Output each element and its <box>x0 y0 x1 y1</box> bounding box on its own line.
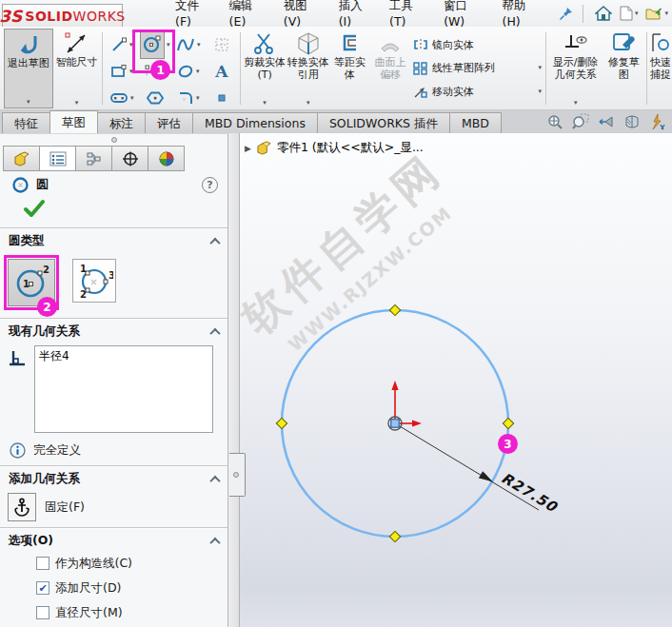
rectangle-tool[interactable]: ▾ <box>105 58 138 85</box>
circle-tool[interactable]: ▾ <box>138 31 171 58</box>
zoom-to-fit-icon[interactable] <box>546 113 563 130</box>
dropdown-icon[interactable]: ▾ <box>167 42 170 49</box>
ellipse-tool[interactable]: ▾ <box>171 58 205 85</box>
feature-tree-root[interactable]: ▶ 零件1 (默认<<默认>_显... <box>245 140 424 156</box>
display-delete-relations-button[interactable]: 显示/删除几何关系 ▾ <box>548 29 603 108</box>
quick-snaps-button[interactable]: 快速捕捉 <box>649 29 672 108</box>
relations-list[interactable]: 半径4 <box>34 345 213 433</box>
point-tool[interactable] <box>205 85 238 111</box>
previous-view-icon[interactable] <box>598 113 615 130</box>
ok-check-icon <box>23 199 46 218</box>
existing-relations-box: 半径4 <box>0 342 227 437</box>
section-circle-type[interactable]: 圆类型 <box>0 231 227 251</box>
dropdown-icon[interactable]: ▾ <box>196 69 200 75</box>
linear-pattern-button[interactable]: 线性草图阵列 ▾ <box>413 61 542 75</box>
sketch-ribbon: 退出草图 ▾ 智能尺寸 ▾ 1 ▾ ▾ ▾ <box>0 27 672 110</box>
sketch-point[interactable] <box>276 418 287 428</box>
trim-entities-button[interactable]: 剪裁实体(T) ▾ <box>243 29 287 108</box>
section-add-relations[interactable]: 添加几何关系 <box>0 469 227 489</box>
spline-tool[interactable]: ▾ <box>171 31 205 58</box>
new-document-button[interactable]: ▾ <box>616 3 642 24</box>
section-existing-relations[interactable]: 现有几何关系 <box>0 322 227 342</box>
open-folder-icon <box>645 7 662 21</box>
dropdown-icon[interactable]: ▾ <box>635 10 639 17</box>
move-entities-button[interactable]: 移动实体 ▾ <box>413 85 542 99</box>
tab-mbd[interactable]: MBD <box>449 112 502 133</box>
main-area: 圆 ? 圆类型 12 2 123 <box>0 133 672 627</box>
checkbox-add-dimension[interactable]: ✔ <box>36 581 49 595</box>
polygon-tool[interactable] <box>138 85 171 111</box>
slot-icon <box>109 91 128 105</box>
tab-property-manager[interactable] <box>39 146 76 171</box>
splitter-handle[interactable] <box>229 453 246 497</box>
tab-dimxpert-manager[interactable] <box>111 146 148 171</box>
dropdown-icon[interactable]: ▾ <box>197 42 201 49</box>
tab-configuration-manager[interactable] <box>75 146 112 171</box>
dimension-text[interactable]: R27.50 <box>499 469 561 516</box>
open-document-button[interactable]: ▾ <box>642 3 672 24</box>
tab-solidworks-addins[interactable]: SOLIDWORKS 插件 <box>317 112 450 133</box>
dropdown-icon[interactable]: ▾ <box>538 88 542 95</box>
panel-splitter-vertical[interactable] <box>228 133 240 627</box>
tab-features[interactable]: 特征 <box>2 112 50 133</box>
dropdown-icon[interactable]: ▾ <box>574 100 578 108</box>
chevron-up-icon[interactable] <box>209 475 220 485</box>
tab-display-manager[interactable] <box>148 146 185 171</box>
tab-sketch[interactable]: 草图 <box>49 110 98 133</box>
feature-tree-label[interactable]: 零件1 (默认<<默认>_显... <box>277 140 424 156</box>
section-options[interactable]: 选项(O) <box>0 531 227 551</box>
sketch-point[interactable] <box>389 531 400 541</box>
line-tool[interactable]: ▾ <box>105 31 138 58</box>
exit-sketch-button[interactable]: 退出草图 ▾ <box>4 29 53 108</box>
repair-sketch-button[interactable]: 修复草图 <box>603 29 645 108</box>
section-view-icon[interactable] <box>623 113 641 130</box>
offset-entities-button[interactable]: 等距实体 <box>330 29 370 108</box>
zoom-to-area-icon[interactable] <box>572 113 589 130</box>
graphics-viewport[interactable]: ▶ 零件1 (默认<<默认>_显... 软件自学网 WWW.RJZXW.COM <box>240 133 672 627</box>
view-settings-icon[interactable] <box>649 113 666 130</box>
slot-tool[interactable]: ▾ <box>105 85 138 111</box>
chevron-up-icon[interactable] <box>209 327 220 338</box>
page-title: 圆 <box>36 176 49 193</box>
tab-mbd-dimensions[interactable]: MBD Dimensions <box>192 112 318 133</box>
perimeter-circle-type-button[interactable]: 123 <box>72 259 116 303</box>
dropdown-icon[interactable]: ▾ <box>196 95 200 102</box>
checkbox-diameter-dimension[interactable] <box>36 606 49 619</box>
option-add-dimension[interactable]: ✔ 添加尺寸(D) <box>0 576 227 600</box>
chevron-up-icon[interactable] <box>209 537 220 547</box>
dropdown-icon[interactable]: ▾ <box>130 95 134 102</box>
sketch-fillet-tool[interactable]: ▾ <box>171 85 205 111</box>
mirror-entities-button[interactable]: 镜向实体 <box>413 38 542 52</box>
tree-expand-icon[interactable]: ▶ <box>245 144 251 153</box>
ok-button[interactable] <box>0 197 227 225</box>
option-diameter-dimension[interactable]: 直径尺寸(M) <box>0 600 227 625</box>
sketch-point[interactable] <box>389 304 400 315</box>
sketch-canvas[interactable]: 软件自学网 WWW.RJZXW.COM R27.50 <box>240 133 672 627</box>
sketch-point[interactable] <box>503 418 513 428</box>
dropdown-icon[interactable]: ▾ <box>75 100 79 108</box>
dropdown-icon[interactable]: ▾ <box>263 100 267 108</box>
option-construction-line[interactable]: 作为构造线(C) <box>0 551 227 576</box>
sketch-text-tool[interactable]: A <box>205 58 238 85</box>
chevron-up-icon[interactable] <box>209 237 220 247</box>
dropdown-icon[interactable]: ▾ <box>538 65 542 71</box>
relation-item[interactable]: 半径4 <box>39 348 208 364</box>
sketch-plane-tool[interactable] <box>205 31 238 58</box>
fix-relation-button[interactable] <box>8 493 36 521</box>
home-button[interactable] <box>591 3 616 24</box>
tab-annotation[interactable]: 标注 <box>97 112 146 133</box>
dropdown-icon[interactable]: ▾ <box>129 42 133 49</box>
dropdown-icon[interactable]: ▾ <box>664 10 668 17</box>
tab-feature-manager[interactable] <box>3 146 40 171</box>
dropdown-icon[interactable]: ▾ <box>27 99 30 108</box>
panel-splitter-horizontal[interactable] <box>0 134 227 146</box>
checkbox-construction-line[interactable] <box>36 557 49 570</box>
dimension-leader-line[interactable] <box>395 423 539 510</box>
convert-entities-button[interactable]: 转换实体引用 ▾ <box>287 29 330 108</box>
dropdown-icon[interactable]: ▾ <box>129 69 133 75</box>
tab-evaluate[interactable]: 评估 <box>145 112 193 133</box>
pin-menu-icon[interactable] <box>557 4 575 23</box>
dropdown-icon[interactable]: ▾ <box>306 100 310 108</box>
smart-dimension-button[interactable]: 智能尺寸 ▾ <box>53 29 101 108</box>
help-button[interactable]: ? <box>202 177 218 193</box>
